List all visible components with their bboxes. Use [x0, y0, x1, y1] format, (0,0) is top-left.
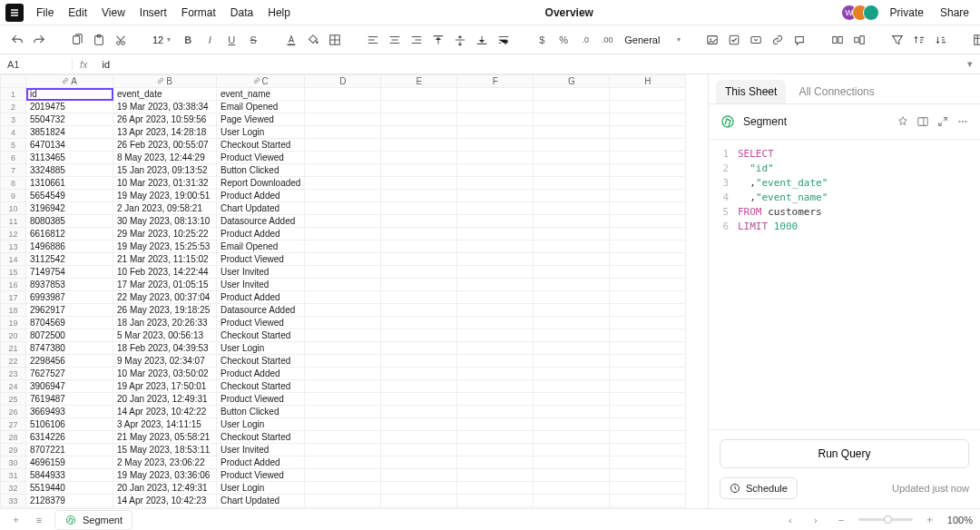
insert-checkbox-icon[interactable] — [724, 30, 744, 50]
svg-point-25 — [67, 515, 75, 524]
svg-point-23 — [965, 121, 966, 123]
sql-editor[interactable]: 1SELECT2 "id"3 ,"event_date"4 ,"event_na… — [709, 140, 980, 429]
ai-icon[interactable] — [897, 115, 909, 128]
svg-point-3 — [117, 41, 121, 44]
side-panel: This Sheet All Connections Segment 1SELE… — [708, 74, 980, 508]
more-icon[interactable] — [956, 115, 969, 128]
svg-rect-11 — [751, 36, 761, 43]
cell-reference[interactable]: A1 — [0, 59, 73, 70]
sidebar-icon[interactable] — [916, 115, 929, 128]
menu-data[interactable]: Data — [223, 3, 260, 23]
menu-insert[interactable]: Insert — [132, 3, 174, 23]
underline-icon[interactable]: U — [221, 30, 241, 50]
svg-rect-14 — [855, 37, 858, 42]
panel-title: Segment — [743, 115, 889, 128]
formula-expand-icon[interactable]: ▾ — [960, 58, 980, 70]
freeze-icon[interactable] — [969, 30, 980, 50]
spreadsheet-grid[interactable]: ABCDEFGH1idevent_dateevent_name220194751… — [0, 74, 708, 508]
zoom-out-icon[interactable]: − — [833, 512, 849, 528]
zoom-label: 100% — [947, 515, 973, 525]
svg-rect-13 — [838, 36, 842, 43]
updated-label: Updated just now — [892, 483, 969, 494]
svg-rect-15 — [860, 35, 864, 44]
tab-this-sheet[interactable]: This Sheet — [716, 80, 786, 103]
group-icon[interactable] — [849, 30, 869, 50]
toolbar: 12▾ B I U S $ % .0 .00 General▾ — [0, 25, 980, 54]
svg-rect-0 — [74, 35, 80, 44]
align-left-icon[interactable] — [363, 30, 383, 50]
percent-icon[interactable]: % — [554, 30, 573, 50]
svg-rect-5 — [288, 44, 296, 45]
align-right-icon[interactable] — [407, 30, 426, 50]
italic-icon[interactable]: I — [200, 30, 220, 50]
menu-edit[interactable]: Edit — [61, 3, 94, 23]
wrap-text-icon[interactable] — [494, 30, 514, 50]
insert-comment-icon[interactable] — [789, 30, 809, 50]
sort-asc-icon[interactable] — [909, 30, 929, 50]
decrease-decimal-icon[interactable]: .0 — [575, 30, 595, 50]
copy-icon[interactable] — [67, 30, 87, 50]
svg-point-19 — [722, 116, 733, 127]
share-button[interactable]: Share — [935, 5, 975, 21]
run-query-button[interactable]: Run Query — [720, 439, 969, 468]
avatar[interactable] — [863, 5, 879, 21]
sort-desc-icon[interactable] — [931, 30, 951, 50]
schedule-button[interactable]: Schedule — [720, 477, 798, 499]
expand-icon[interactable] — [936, 115, 949, 128]
add-sheet-icon[interactable]: ＋ — [7, 512, 24, 528]
cut-icon[interactable] — [111, 30, 131, 50]
zoom-in-icon[interactable]: ＋ — [922, 512, 938, 528]
segment-icon — [64, 514, 77, 526]
sheet-tab[interactable]: Segment — [54, 510, 132, 530]
svg-point-21 — [958, 121, 960, 123]
insert-dropdown-icon[interactable] — [746, 30, 766, 50]
menu-view[interactable]: View — [94, 3, 132, 23]
menu-file[interactable]: File — [29, 3, 61, 23]
avatar-stack[interactable]: W — [841, 5, 879, 21]
align-center-icon[interactable] — [385, 30, 405, 50]
prev-icon[interactable]: ‹ — [782, 512, 799, 528]
doc-title: Overview — [298, 6, 841, 19]
strike-icon[interactable]: S — [243, 30, 263, 50]
bold-icon[interactable]: B — [178, 30, 198, 50]
valign-bottom-icon[interactable] — [472, 30, 492, 50]
svg-rect-20 — [918, 118, 928, 126]
font-size-select[interactable]: 12▾ — [149, 34, 174, 45]
sheet-list-icon[interactable]: ≡ — [31, 512, 47, 528]
next-icon[interactable]: › — [808, 512, 824, 528]
currency-icon[interactable]: $ — [532, 30, 552, 50]
insert-image-icon[interactable] — [702, 30, 722, 50]
formula-bar: A1 fx id ▾ — [0, 54, 980, 74]
fx-label: fx — [73, 59, 95, 70]
svg-point-9 — [710, 38, 712, 40]
increase-decimal-icon[interactable]: .00 — [597, 30, 617, 50]
text-color-icon[interactable] — [281, 30, 301, 50]
zoom-slider[interactable] — [858, 518, 913, 521]
top-menubar: FileEditViewInsertFormatDataHelp Overvie… — [0, 0, 980, 25]
formula-input[interactable]: id — [95, 59, 960, 70]
redo-icon[interactable] — [29, 30, 49, 50]
svg-point-4 — [122, 41, 125, 44]
tab-all-connections[interactable]: All Connections — [789, 80, 883, 103]
filter-icon[interactable] — [887, 30, 907, 50]
svg-point-6 — [316, 41, 318, 44]
valign-middle-icon[interactable] — [450, 30, 470, 50]
merge-icon[interactable] — [828, 30, 848, 50]
private-button[interactable]: Private — [885, 5, 929, 21]
number-format-select[interactable]: General▾ — [621, 34, 684, 45]
app-logo[interactable] — [5, 4, 24, 22]
svg-rect-10 — [730, 35, 739, 44]
svg-point-22 — [962, 121, 964, 123]
borders-icon[interactable] — [325, 30, 345, 50]
svg-rect-12 — [833, 36, 837, 43]
menu-format[interactable]: Format — [174, 3, 223, 23]
menu-help[interactable]: Help — [260, 3, 298, 23]
insert-link-icon[interactable] — [768, 30, 788, 50]
segment-icon — [720, 113, 736, 130]
fill-color-icon[interactable] — [303, 30, 323, 50]
paste-icon[interactable] — [89, 30, 109, 50]
valign-top-icon[interactable] — [428, 30, 448, 50]
undo-icon[interactable] — [7, 30, 27, 50]
bottom-bar: ＋ ≡ Segment ‹ › − ＋ 100% — [0, 508, 980, 530]
